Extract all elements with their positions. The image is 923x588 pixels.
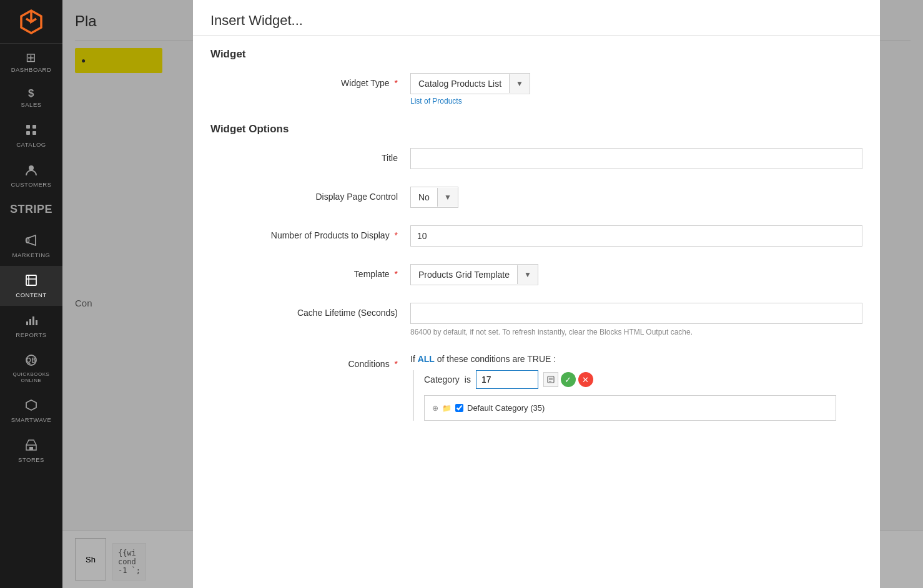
main-area: Pla ● Con Sh {{wi cond -1 `; Insert Widg… bbox=[62, 0, 923, 588]
tree-item: ⊕ 📁 Default Category (35) bbox=[432, 402, 828, 414]
svg-rect-13 bbox=[36, 320, 37, 325]
content-icon bbox=[24, 273, 38, 289]
cache-lifetime-row: Cache Lifetime (Seconds) 86400 by defaul… bbox=[210, 303, 862, 336]
display-page-control-dropdown-icon[interactable]: ▼ bbox=[437, 188, 458, 207]
widget-type-value: Catalog Products List bbox=[411, 74, 509, 94]
widget-type-dropdown-icon[interactable]: ▼ bbox=[509, 74, 530, 93]
condition-edit-icon[interactable] bbox=[543, 372, 558, 387]
template-row: Template * Products Grid Template ▼ bbox=[210, 264, 862, 285]
num-products-row: Number of Products to Display * bbox=[210, 225, 862, 247]
template-select[interactable]: Products Grid Template ▼ bbox=[410, 264, 538, 285]
widget-options-section-title: Widget Options bbox=[210, 123, 862, 135]
sidebar-item-reports[interactable]: REPORTS bbox=[0, 306, 62, 346]
conditions-row: Conditions * If ALL of these conditions … bbox=[210, 354, 862, 421]
svg-rect-10 bbox=[26, 321, 28, 325]
template-control: Products Grid Template ▼ bbox=[410, 264, 862, 285]
sidebar-item-label: DASHBOARD bbox=[11, 66, 52, 73]
conditions-all-text[interactable]: ALL bbox=[418, 354, 435, 364]
marketing-icon bbox=[24, 233, 38, 249]
condition-actions: ✓ ✕ bbox=[543, 372, 593, 387]
svg-marker-16 bbox=[26, 400, 36, 410]
tree-folder-icon: 📁 bbox=[442, 404, 452, 413]
conditions-description: If ALL of these conditions are TRUE : bbox=[410, 354, 862, 364]
modal-title: Insert Widget... bbox=[210, 12, 862, 29]
sidebar-item-label: CATALOG bbox=[16, 141, 46, 148]
svg-rect-7 bbox=[26, 275, 36, 285]
display-page-control-select[interactable]: No ▼ bbox=[410, 187, 458, 208]
magento-logo-icon bbox=[17, 8, 45, 36]
required-marker: * bbox=[395, 269, 398, 279]
cache-hint-text: 86400 by default, if not set. To refresh… bbox=[410, 328, 862, 336]
widget-section-title: Widget bbox=[210, 48, 862, 61]
svg-rect-2 bbox=[32, 125, 36, 129]
sidebar-item-label: STORES bbox=[18, 456, 44, 463]
tree-expand-icon[interactable]: ⊕ bbox=[432, 404, 438, 413]
widget-type-label: Widget Type * bbox=[210, 73, 410, 88]
page-content: Pla ● Con Sh {{wi cond -1 `; Insert Widg… bbox=[62, 0, 923, 588]
svg-text:QB: QB bbox=[26, 357, 36, 364]
condition-cancel-button[interactable]: ✕ bbox=[578, 372, 593, 387]
customers-icon bbox=[24, 163, 38, 179]
display-page-control-wrap: No ▼ bbox=[410, 187, 862, 208]
template-value: Products Grid Template bbox=[411, 265, 517, 285]
dashboard-icon: ⊞ bbox=[26, 51, 37, 64]
sidebar-item-label: QUICKBOOKS ONLINE bbox=[2, 371, 60, 383]
cache-lifetime-input[interactable] bbox=[410, 303, 862, 324]
svg-rect-12 bbox=[32, 316, 34, 325]
conditions-control: If ALL of these conditions are TRUE : Ca… bbox=[410, 354, 862, 421]
required-marker: * bbox=[395, 359, 398, 369]
sidebar-item-content[interactable]: CONTENT bbox=[0, 266, 62, 306]
sidebar-item-dashboard[interactable]: ⊞ DASHBOARD bbox=[0, 44, 62, 81]
num-products-input[interactable] bbox=[410, 225, 862, 247]
smartwave-icon bbox=[24, 398, 38, 414]
sidebar-item-customers[interactable]: CUSTOMERS bbox=[0, 155, 62, 195]
title-input[interactable] bbox=[410, 148, 862, 169]
svg-rect-3 bbox=[26, 131, 30, 135]
condition-row: Category is bbox=[424, 370, 862, 389]
sidebar-item-quickbooks[interactable]: QB QUICKBOOKS ONLINE bbox=[0, 346, 62, 391]
svg-rect-18 bbox=[29, 447, 33, 450]
condition-field-text: Category bbox=[424, 375, 460, 385]
title-label: Title bbox=[210, 148, 410, 163]
sidebar-item-stores[interactable]: STORES bbox=[0, 431, 62, 471]
sidebar-item-label: MARKETING bbox=[12, 252, 51, 258]
tree-item-checkbox[interactable] bbox=[455, 404, 463, 412]
stores-icon bbox=[24, 438, 38, 454]
sidebar-item-label: SMARTWAVE bbox=[11, 416, 52, 423]
condition-confirm-button[interactable]: ✓ bbox=[561, 372, 576, 387]
svg-rect-1 bbox=[26, 125, 30, 129]
template-label: Template * bbox=[210, 264, 410, 279]
widget-type-select-wrap[interactable]: Catalog Products List ▼ bbox=[410, 73, 530, 94]
sidebar-item-label: SALES bbox=[21, 101, 41, 108]
svg-rect-11 bbox=[29, 319, 31, 325]
widget-modal: Insert Widget... Widget Widget Type * Ca… bbox=[193, 0, 880, 588]
cache-lifetime-label: Cache Lifetime (Seconds) bbox=[210, 303, 410, 318]
reports-icon bbox=[24, 313, 38, 329]
svg-point-5 bbox=[29, 165, 34, 170]
sidebar-item-smartwave[interactable]: SMARTWAVE bbox=[0, 391, 62, 431]
sidebar-logo bbox=[0, 0, 62, 44]
category-tree: ⊕ 📁 Default Category (35) bbox=[424, 395, 836, 421]
condition-op-text: is bbox=[465, 375, 471, 385]
display-page-control-value: No bbox=[411, 187, 437, 207]
sidebar-item-label: REPORTS bbox=[16, 331, 46, 338]
display-page-control-label: Display Page Control bbox=[210, 187, 410, 202]
num-products-control bbox=[410, 225, 862, 247]
required-marker: * bbox=[395, 230, 398, 240]
conditions-label: Conditions * bbox=[210, 354, 410, 369]
widget-type-control: Catalog Products List ▼ List of Products bbox=[410, 73, 862, 105]
required-marker: * bbox=[395, 78, 398, 88]
sidebar-item-label: CUSTOMERS bbox=[11, 181, 51, 188]
stripe-text-icon: stripe bbox=[10, 203, 52, 216]
sidebar-item-label: CONTENT bbox=[16, 292, 46, 298]
tree-item-label: Default Category (35) bbox=[467, 403, 545, 413]
sidebar-item-sales[interactable]: $ SALES bbox=[0, 81, 62, 115]
template-dropdown-icon[interactable]: ▼ bbox=[517, 265, 538, 284]
title-control bbox=[410, 148, 862, 169]
sales-icon: $ bbox=[28, 88, 34, 99]
sidebar-item-marketing[interactable]: MARKETING bbox=[0, 226, 62, 266]
sidebar-item-stripe[interactable]: stripe bbox=[0, 195, 62, 226]
sidebar-item-catalog[interactable]: CATALOG bbox=[0, 115, 62, 155]
condition-value-input[interactable] bbox=[476, 370, 538, 389]
modal-header: Insert Widget... bbox=[193, 0, 880, 36]
